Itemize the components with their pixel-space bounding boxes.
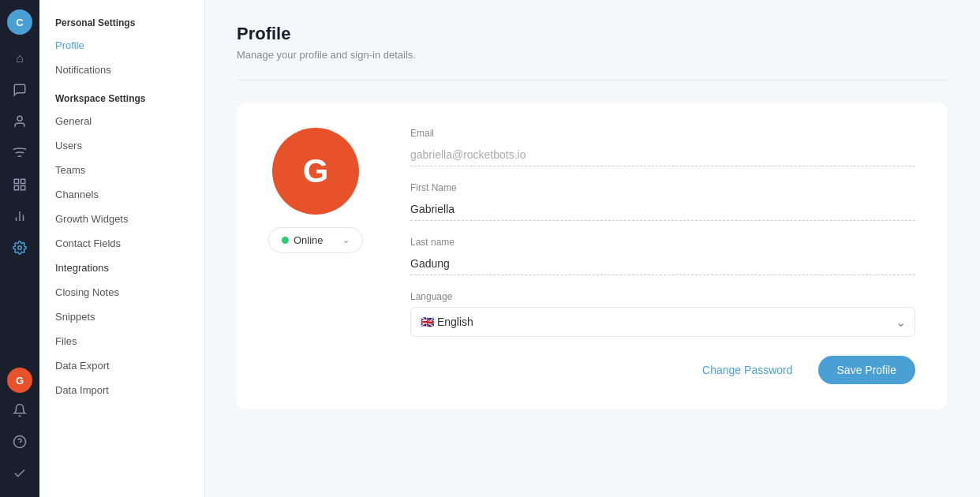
sidebar-item-notifications[interactable]: Notifications bbox=[39, 58, 204, 82]
personal-settings-title: Personal Settings bbox=[39, 13, 204, 33]
help-icon[interactable] bbox=[6, 428, 34, 456]
sidebar-item-contact-fields[interactable]: Contact Fields bbox=[39, 231, 204, 256]
sidebar-item-teams[interactable]: Teams bbox=[39, 158, 204, 182]
contacts-icon[interactable] bbox=[6, 107, 34, 136]
last-name-field[interactable] bbox=[410, 252, 915, 275]
signal-icon[interactable] bbox=[6, 139, 34, 167]
workspace-settings-title: Workspace Settings bbox=[39, 88, 204, 109]
page-subtitle: Manage your profile and sign-in details. bbox=[237, 49, 948, 61]
gear-icon[interactable] bbox=[6, 234, 34, 262]
home-icon[interactable]: ⌂ bbox=[6, 44, 34, 73]
svg-rect-3 bbox=[14, 186, 18, 190]
last-name-label: Last name bbox=[410, 237, 915, 248]
checkmark-icon[interactable] bbox=[6, 459, 34, 488]
change-password-button[interactable]: Change Password bbox=[690, 356, 805, 384]
svg-rect-1 bbox=[14, 179, 18, 183]
svg-rect-4 bbox=[21, 186, 25, 190]
email-group: Email bbox=[410, 128, 915, 166]
sidebar-item-data-export[interactable]: Data Export bbox=[39, 353, 204, 378]
sidebar-item-channels[interactable]: Channels bbox=[39, 182, 204, 207]
status-label: Online bbox=[294, 234, 324, 246]
bell-icon[interactable] bbox=[6, 396, 34, 424]
svg-rect-2 bbox=[21, 179, 25, 183]
chart-icon[interactable] bbox=[6, 202, 34, 230]
language-select-wrapper: 🇬🇧 English 🇮🇩 Bahasa Indonesia 🇨🇳 Chines… bbox=[410, 307, 915, 337]
last-name-group: Last name bbox=[410, 237, 915, 275]
sidebar-item-users[interactable]: Users bbox=[39, 133, 204, 158]
first-name-group: First Name bbox=[410, 182, 915, 221]
divider bbox=[237, 80, 948, 80]
avatar: G bbox=[272, 128, 359, 215]
sidebar-item-closing-notes[interactable]: Closing Notes bbox=[39, 280, 204, 305]
svg-point-8 bbox=[18, 246, 22, 250]
sidebar-item-growth-widgets[interactable]: Growth Widgets bbox=[39, 207, 204, 231]
email-field[interactable] bbox=[410, 144, 915, 166]
sidebar-item-profile[interactable]: Profile bbox=[39, 33, 204, 58]
avatar-area: G Online ⌄ bbox=[268, 128, 363, 253]
left-nav: Personal Settings Profile Notifications … bbox=[39, 0, 205, 497]
email-label: Email bbox=[410, 128, 915, 139]
main-content: Profile Manage your profile and sign-in … bbox=[205, 0, 980, 497]
svg-point-0 bbox=[17, 116, 22, 121]
status-dropdown[interactable]: Online ⌄ bbox=[268, 227, 363, 253]
team-icon[interactable] bbox=[6, 170, 34, 199]
chat-icon[interactable] bbox=[6, 76, 34, 104]
icon-sidebar: C ⌂ G bbox=[0, 0, 39, 497]
user-avatar[interactable]: G bbox=[7, 368, 32, 393]
sidebar-item-snippets[interactable]: Snippets bbox=[39, 305, 204, 329]
save-profile-button[interactable]: Save Profile bbox=[818, 356, 915, 384]
chevron-down-icon: ⌄ bbox=[342, 235, 350, 245]
profile-card: G Online ⌄ Email First Name Last name bbox=[237, 103, 947, 409]
sidebar-item-general[interactable]: General bbox=[39, 109, 204, 133]
sidebar-item-data-import[interactable]: Data Import bbox=[39, 378, 204, 402]
language-label: Language bbox=[410, 291, 915, 302]
sidebar-item-files[interactable]: Files bbox=[39, 329, 204, 353]
status-dot bbox=[282, 237, 289, 244]
first-name-field[interactable] bbox=[410, 198, 915, 221]
action-row: Change Password Save Profile bbox=[410, 356, 915, 384]
first-name-label: First Name bbox=[410, 182, 915, 193]
language-select[interactable]: 🇬🇧 English 🇮🇩 Bahasa Indonesia 🇨🇳 Chines… bbox=[410, 307, 915, 337]
page-title: Profile bbox=[237, 24, 948, 44]
form-area: Email First Name Last name Language 🇬🇧 E… bbox=[410, 128, 915, 384]
top-avatar[interactable]: C bbox=[7, 9, 32, 35]
sidebar-item-integrations[interactable]: Integrations bbox=[39, 256, 204, 280]
language-group: Language 🇬🇧 English 🇮🇩 Bahasa Indonesia … bbox=[410, 291, 915, 337]
